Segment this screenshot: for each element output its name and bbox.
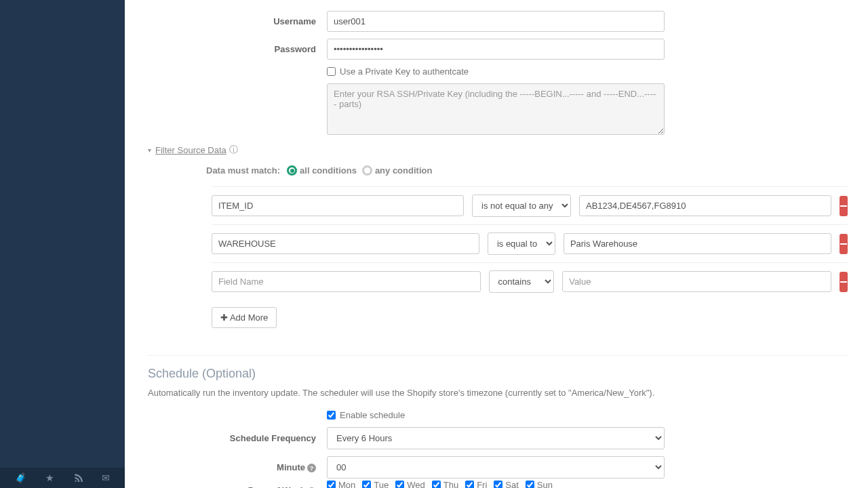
private-key-checkbox-row: Use a Private Key to authentcate (327, 66, 848, 77)
day-wed-checkbox[interactable] (395, 481, 404, 489)
day-thu-checkbox[interactable] (432, 481, 441, 489)
svg-rect-1 (840, 243, 847, 245)
filter-value-input[interactable] (579, 195, 831, 216)
mail-icon[interactable]: ✉ (102, 472, 110, 483)
chevron-down-icon: ▾ (148, 146, 151, 154)
enable-schedule-checkbox[interactable] (327, 411, 336, 420)
radio-unselected-icon (362, 165, 372, 176)
sidebar-footer: 🧳 ★ ✉ (0, 468, 125, 488)
filter-source-data-link[interactable]: Filter Source Data (155, 145, 226, 155)
days-checkboxes: Mon Tue Wed Thu Fri Sat Sun (327, 480, 848, 489)
radio-all-conditions[interactable]: all conditions (287, 165, 357, 176)
svg-rect-0 (840, 205, 847, 207)
sidebar: 🧳 ★ ✉ (0, 0, 125, 488)
days-label: Days of Week? (148, 485, 327, 488)
enable-schedule-label: Enable schedule (340, 410, 405, 420)
frequency-select[interactable]: Every 6 Hours (327, 427, 665, 449)
enable-schedule-row: Enable schedule (327, 410, 848, 420)
svg-rect-2 (840, 281, 847, 283)
rss-icon[interactable] (73, 472, 83, 484)
add-more-button[interactable]: ✚ Add More (212, 307, 277, 328)
help-icon[interactable]: ? (307, 464, 316, 472)
private-key-row (148, 83, 848, 137)
remove-filter-button[interactable] (840, 196, 848, 216)
divider (148, 355, 848, 356)
private-key-textarea[interactable] (327, 83, 665, 135)
minute-select[interactable]: 00 (327, 456, 665, 479)
password-row: Password (148, 39, 848, 60)
remove-filter-button[interactable] (840, 234, 848, 254)
day-sat-checkbox[interactable] (494, 481, 502, 489)
filter-operator-select[interactable]: contains (489, 270, 555, 293)
filter-field-input[interactable] (212, 271, 481, 292)
filter-section-header: ▾ Filter Source Data ⓘ (148, 144, 848, 156)
filter-row-1: is equal to (212, 224, 848, 262)
username-row: Username (148, 11, 848, 32)
minute-row: Minute? 00 (148, 456, 848, 479)
main-content: Username Password Use a Private Key to a… (125, 11, 868, 488)
star-icon[interactable]: ★ (45, 472, 54, 483)
filter-value-input[interactable] (562, 271, 831, 292)
radio-any-condition[interactable]: any condition (362, 165, 433, 176)
day-fri-checkbox[interactable] (465, 481, 474, 489)
day-sun-checkbox[interactable] (526, 481, 534, 489)
filter-operator-select[interactable]: is not equal to any (472, 195, 571, 217)
username-label: Username (148, 16, 327, 26)
frequency-label: Schedule Frequency (148, 433, 327, 443)
password-label: Password (148, 44, 327, 54)
filter-row-2: contains (212, 262, 848, 300)
schedule-title: Schedule (Optional) (148, 367, 848, 381)
username-input[interactable] (327, 11, 665, 32)
minute-label: Minute? (148, 462, 327, 473)
match-label: Data must match: (206, 165, 280, 176)
briefcase-icon[interactable]: 🧳 (15, 472, 26, 483)
day-tue-checkbox[interactable] (362, 481, 371, 489)
private-key-checkbox[interactable] (327, 67, 336, 76)
filter-row-0: is not equal to any (212, 186, 848, 224)
day-mon-checkbox[interactable] (327, 481, 336, 489)
filter-value-input[interactable] (564, 233, 831, 254)
remove-filter-button[interactable] (840, 272, 848, 292)
filter-field-input[interactable] (212, 195, 464, 216)
password-input[interactable] (327, 39, 665, 60)
schedule-desc: Automatically run the inventory update. … (148, 388, 848, 398)
filter-field-input[interactable] (212, 233, 479, 254)
filter-operator-select[interactable]: is equal to (488, 232, 555, 255)
frequency-row: Schedule Frequency Every 6 Hours (148, 427, 848, 449)
radio-selected-icon (287, 165, 297, 176)
info-icon[interactable]: ⓘ (229, 144, 238, 156)
private-key-checkbox-label: Use a Private Key to authentcate (340, 66, 469, 77)
match-conditions-row: Data must match: all conditions any cond… (206, 165, 848, 176)
